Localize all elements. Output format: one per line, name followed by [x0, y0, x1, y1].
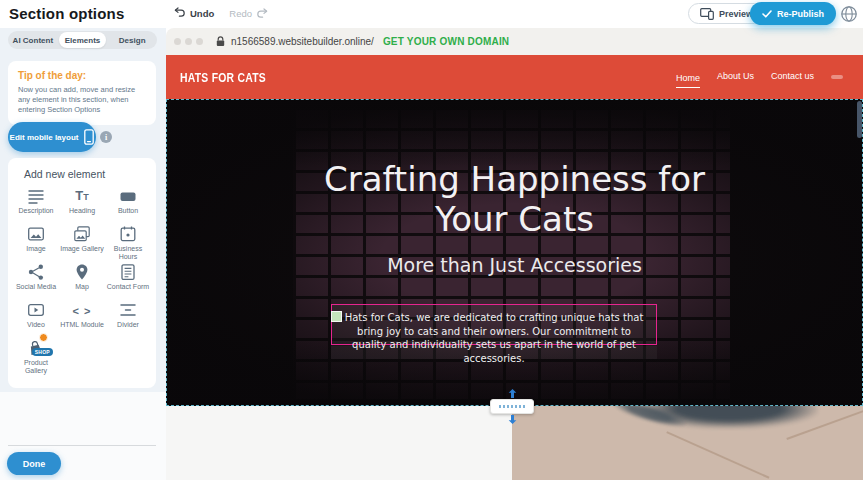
- window-dot: [185, 38, 192, 45]
- panel-footer: Done: [0, 392, 166, 480]
- window-dots: [174, 38, 203, 45]
- grip-dots-icon: [499, 405, 525, 408]
- pavement-crack: [667, 431, 770, 478]
- scrollbar-thumb[interactable]: [857, 101, 862, 138]
- panel-tabs: AI Content Elements Design: [8, 31, 157, 49]
- video-icon: [27, 300, 45, 319]
- resize-grip[interactable]: [490, 399, 534, 414]
- element-item-description[interactable]: Description: [13, 186, 59, 224]
- element-item-contact-form[interactable]: Contact Form: [105, 262, 151, 300]
- element-item-heading[interactable]: Heading: [59, 186, 105, 224]
- history-controls: Undo Redo: [174, 7, 268, 19]
- nav-item-home[interactable]: Home: [676, 73, 700, 88]
- window-dot: [196, 38, 203, 45]
- redo-button[interactable]: Redo: [229, 8, 268, 19]
- lock-icon: [216, 36, 225, 47]
- selected-description-element[interactable]: Hats for Cats, we are dedicated to craft…: [331, 304, 657, 345]
- element-item-video[interactable]: Video: [13, 300, 59, 338]
- tip-body: Now you can add, move and resize any ele…: [18, 85, 146, 115]
- section-options-panel: AI Content Elements Design Tip of the da…: [0, 28, 166, 480]
- tab-ai-content[interactable]: AI Content: [9, 32, 57, 48]
- drag-handle[interactable]: [331, 311, 342, 322]
- site-header: HATS FOR CATS Home About Us Contact us: [166, 55, 863, 99]
- description-icon: [27, 186, 45, 205]
- phone-icon: [84, 129, 94, 145]
- next-section-blank: [166, 406, 512, 480]
- element-item-image-gallery[interactable]: Image Gallery: [59, 224, 105, 262]
- next-section-image: [512, 406, 863, 480]
- republish-button[interactable]: Re-Publish: [750, 2, 836, 25]
- site-preview-frame: n1566589.websitebuilder.online/ GET YOUR…: [166, 28, 863, 480]
- get-domain-link[interactable]: GET YOUR OWN DOMAIN: [383, 36, 509, 47]
- nav-more-icon[interactable]: [831, 75, 843, 79]
- check-icon: [762, 10, 772, 18]
- info-icon[interactable]: [100, 131, 112, 143]
- footer-divider: [8, 445, 156, 446]
- element-item-social-media[interactable]: Social Media: [13, 262, 59, 300]
- element-item-divider[interactable]: Divider: [105, 300, 151, 338]
- undo-icon: [174, 7, 186, 19]
- arrow-up-icon[interactable]: [508, 389, 517, 398]
- nav-item-about[interactable]: About Us: [717, 71, 754, 83]
- new-badge-icon: [39, 333, 48, 342]
- hero-section[interactable]: Crafting Happiness for Your Cats More th…: [166, 99, 863, 406]
- element-item-map[interactable]: Map: [59, 262, 105, 300]
- redo-icon: [256, 8, 268, 18]
- nav-item-contact[interactable]: Contact us: [771, 71, 814, 83]
- globe-icon[interactable]: [840, 5, 858, 23]
- tip-of-the-day-card: Tip of the day: Now you can add, move an…: [8, 61, 156, 125]
- hero-heading[interactable]: Crafting Happiness for Your Cats: [166, 159, 863, 239]
- add-element-title: Add new element: [24, 168, 156, 180]
- image-icon: [27, 224, 45, 243]
- page-title: Section options: [9, 5, 125, 22]
- tab-elements[interactable]: Elements: [59, 32, 107, 48]
- devices-icon: [700, 8, 714, 20]
- site-logo[interactable]: HATS FOR CATS: [180, 70, 266, 85]
- button-icon: [119, 186, 137, 205]
- element-item-image[interactable]: Image: [13, 224, 59, 262]
- map-icon: [73, 262, 91, 281]
- element-item-button[interactable]: Button: [105, 186, 151, 224]
- image-gallery-icon: [73, 224, 91, 243]
- divider-icon: [119, 300, 137, 319]
- address-bar: n1566589.websitebuilder.online/ GET YOUR…: [166, 28, 863, 55]
- shop-badge: SHOP: [32, 348, 53, 356]
- add-element-card: Add new element Description Heading Butt…: [8, 158, 156, 388]
- social-media-icon: [27, 262, 45, 281]
- edit-mobile-layout-button[interactable]: Edit mobile layout: [8, 122, 96, 152]
- tip-title: Tip of the day:: [18, 70, 146, 81]
- contact-form-icon: [119, 262, 137, 281]
- element-item-html-module[interactable]: HTML Module: [59, 300, 105, 338]
- done-button[interactable]: Done: [7, 452, 61, 475]
- html-module-icon: [73, 300, 92, 319]
- hero-description: Hats for Cats, we are dedicated to craft…: [332, 305, 656, 365]
- heading-icon: [75, 186, 88, 205]
- window-dot: [174, 38, 181, 45]
- site-nav: Home About Us Contact us: [676, 71, 843, 83]
- element-item-business-hours[interactable]: Business Hours: [105, 224, 151, 262]
- element-item-product-gallery[interactable]: SHOP Product Gallery: [13, 338, 59, 376]
- site-url: n1566589.websitebuilder.online/: [231, 36, 374, 47]
- tab-design[interactable]: Design: [108, 32, 156, 48]
- undo-button[interactable]: Undo: [174, 7, 214, 19]
- top-toolbar: Section options Undo Redo Preview Re-Pub…: [0, 0, 863, 28]
- hero-subheading[interactable]: More than Just Accessories: [166, 253, 863, 277]
- element-grid: Description Heading Button Image Image G…: [8, 183, 156, 376]
- section-resize-handle[interactable]: [490, 389, 534, 431]
- business-hours-icon: [119, 224, 137, 243]
- product-gallery-icon: SHOP: [27, 338, 45, 357]
- arrow-down-icon[interactable]: [508, 415, 517, 424]
